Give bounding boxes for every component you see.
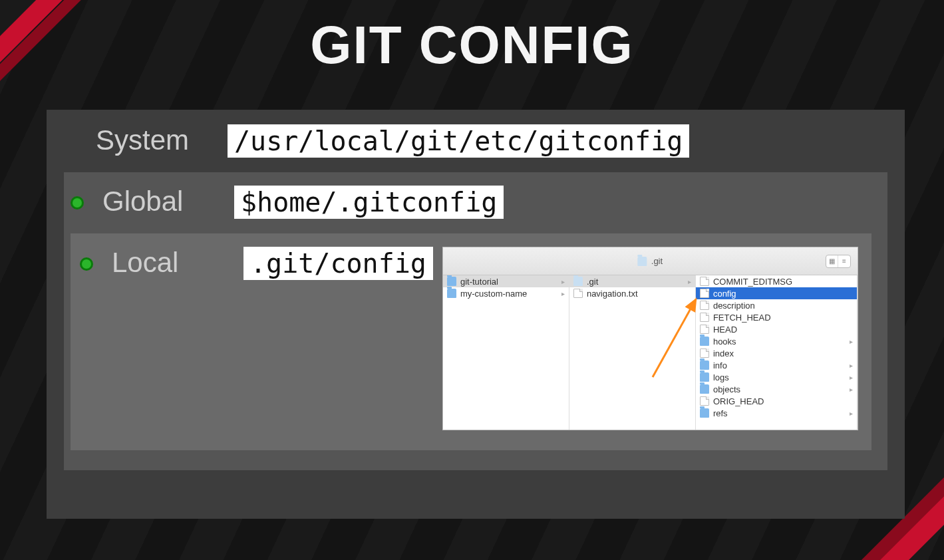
- finder-window: .git ▦ ≡ git-tutorial▸my-custom-name▸ .g…: [442, 247, 858, 430]
- finder-item[interactable]: navigation.txt: [569, 287, 695, 299]
- finder-item[interactable]: FETCH_HEAD: [696, 311, 857, 323]
- global-panel: Global $home/.gitconfig Local .git/confi…: [64, 172, 887, 470]
- chevron-right-icon: ▸: [850, 374, 853, 381]
- finder-item-label: .git: [587, 277, 598, 287]
- finder-column-2: .git▸navigation.txt: [569, 275, 696, 430]
- folder-icon: [700, 337, 709, 346]
- finder-item-label: my-custom-name: [460, 289, 527, 299]
- folder-icon: [447, 289, 456, 298]
- finder-item-label: ORIG_HEAD: [713, 396, 764, 406]
- chevron-right-icon: ▸: [850, 362, 853, 369]
- chevron-right-icon: ▸: [688, 278, 691, 285]
- level-system-row: System /usr/local/git/etc/gitconfig: [64, 124, 887, 158]
- finder-item[interactable]: description: [696, 299, 857, 311]
- local-panel: Local .git/config .git ▦ ≡: [71, 233, 871, 450]
- folder-icon: [700, 372, 709, 382]
- folder-icon: [700, 360, 709, 370]
- finder-item[interactable]: refs▸: [696, 407, 857, 419]
- finder-item-label: description: [713, 301, 755, 311]
- file-icon: [700, 349, 709, 358]
- finder-item-label: logs: [713, 372, 729, 382]
- finder-item-label: config: [713, 289, 736, 299]
- finder-item[interactable]: .git▸: [569, 275, 695, 287]
- finder-item[interactable]: info▸: [696, 359, 857, 371]
- level-local-path: .git/config: [243, 247, 433, 280]
- file-icon: [700, 301, 709, 310]
- bullet-icon: [71, 196, 84, 210]
- level-global-row: Global $home/.gitconfig: [71, 186, 871, 219]
- folder-icon: [573, 277, 583, 286]
- bullet-icon: [80, 257, 93, 271]
- file-icon: [700, 289, 709, 298]
- finder-item-label: refs: [713, 408, 728, 418]
- finder-item-label: index: [713, 349, 734, 358]
- file-icon: [700, 396, 709, 406]
- level-global-path: $home/.gitconfig: [234, 186, 504, 219]
- folder-icon: [700, 408, 709, 418]
- finder-item-label: objects: [713, 384, 740, 394]
- finder-item[interactable]: index: [696, 347, 857, 359]
- finder-item-label: FETCH_HEAD: [713, 313, 771, 323]
- finder-column-3: COMMIT_EDITMSGconfigdescriptionFETCH_HEA…: [696, 275, 858, 430]
- finder-title: .git: [638, 256, 663, 266]
- finder-item[interactable]: COMMIT_EDITMSG: [696, 275, 857, 287]
- level-global-label: Global: [102, 186, 216, 217]
- level-system-label: System: [96, 124, 209, 156]
- finder-item[interactable]: HEAD: [696, 323, 857, 335]
- file-icon: [700, 277, 709, 286]
- finder-toolbar: .git ▦ ≡: [443, 247, 858, 275]
- finder-item[interactable]: my-custom-name▸: [443, 287, 569, 299]
- finder-item[interactable]: hooks▸: [696, 335, 857, 347]
- view-icon-grid: ▦: [826, 255, 838, 267]
- chevron-right-icon: ▸: [561, 290, 565, 297]
- slide-title: GIT CONFIG: [0, 0, 944, 76]
- folder-icon: [447, 277, 456, 286]
- finder-item[interactable]: ORIG_HEAD: [696, 395, 857, 407]
- level-local-row: Local .git/config: [80, 247, 433, 280]
- finder-item[interactable]: config: [696, 287, 857, 299]
- finder-item[interactable]: git-tutorial▸: [443, 275, 569, 287]
- file-icon: [700, 313, 709, 322]
- finder-item[interactable]: logs▸: [696, 371, 857, 383]
- file-icon: [573, 289, 583, 298]
- view-icon-list: ≡: [838, 255, 850, 267]
- finder-item[interactable]: objects▸: [696, 383, 857, 395]
- finder-item-label: navigation.txt: [587, 289, 638, 299]
- file-icon: [700, 325, 709, 334]
- folder-icon: [638, 257, 647, 266]
- level-system-path: /usr/local/git/etc/gitconfig: [228, 124, 689, 158]
- level-local-label: Local: [112, 247, 225, 279]
- finder-item-label: HEAD: [713, 325, 737, 335]
- chevron-right-icon: ▸: [850, 386, 853, 393]
- finder-view-toggle[interactable]: ▦ ≡: [826, 255, 851, 268]
- content-panel: System /usr/local/git/etc/gitconfig Glob…: [47, 110, 905, 519]
- finder-item-label: git-tutorial: [460, 277, 498, 287]
- finder-item-label: COMMIT_EDITMSG: [713, 277, 792, 287]
- chevron-right-icon: ▸: [561, 278, 565, 285]
- finder-columns: git-tutorial▸my-custom-name▸ .git▸naviga…: [443, 275, 858, 430]
- finder-item-label: info: [713, 360, 727, 370]
- finder-title-text: .git: [651, 256, 663, 266]
- folder-icon: [700, 384, 709, 394]
- chevron-right-icon: ▸: [850, 410, 853, 417]
- finder-item-label: hooks: [713, 337, 736, 347]
- finder-column-1: git-tutorial▸my-custom-name▸: [443, 275, 569, 430]
- chevron-right-icon: ▸: [850, 338, 853, 345]
